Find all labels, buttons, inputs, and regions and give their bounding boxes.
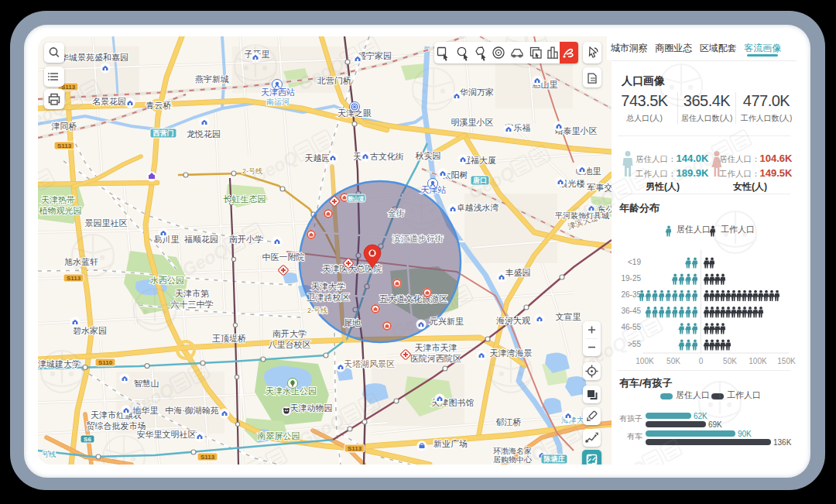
svg-text:青云桥: 青云桥 — [146, 101, 172, 110]
svg-text:碧水家园: 碧水家园 — [73, 326, 107, 335]
svg-text:智慧山: 智慧山 — [134, 379, 159, 388]
svg-text:天津城建大学: 天津城建大学 — [38, 359, 81, 369]
svg-text:南开小学: 南开小学 — [229, 235, 263, 244]
svg-text:2-号线: 2-号线 — [242, 167, 262, 175]
svg-text:天津湾海景: 天津湾海景 — [490, 348, 533, 358]
svg-text:环渤海名家: 环渤海名家 — [493, 447, 532, 455]
svg-text:S113: S113 — [57, 142, 72, 149]
svg-text:福顺花园: 福顺花园 — [184, 235, 218, 244]
svg-text:鞍山道: 鞍山道 — [348, 196, 365, 202]
svg-text:2-号线: 2-号线 — [307, 307, 327, 314]
svg-text:中海·御湖翰苑: 中海·御湖翰苑 — [165, 406, 219, 415]
svg-text:植物观光园: 植物观光园 — [39, 206, 82, 215]
svg-text:燕宇新城: 燕宇新城 — [195, 74, 229, 84]
svg-text:盛宁家园: 盛宁家园 — [358, 51, 392, 60]
svg-text:八里台校区: 八里台校区 — [269, 340, 311, 349]
svg-text:军事交: 军事交 — [588, 183, 612, 192]
svg-text:南运河: 南运河 — [266, 98, 290, 106]
svg-text:犀地: 犀地 — [344, 318, 361, 327]
svg-text:S113: S113 — [67, 275, 81, 282]
svg-text:36-45: 36-45 — [621, 307, 641, 315]
svg-text:郁江桥: 郁江桥 — [496, 417, 522, 427]
svg-text:景园里社区: 景园里社区 — [85, 218, 128, 228]
svg-text:平河装饰灯具城: 平河装饰灯具城 — [555, 211, 609, 220]
svg-text:六十三中学: 六十三中学 — [171, 300, 214, 309]
svg-text:居购物中心: 居购物中心 — [493, 455, 533, 464]
svg-text:26-35: 26-35 — [621, 290, 641, 299]
svg-text:S110: S110 — [98, 359, 113, 366]
svg-text:秋实园: 秋实园 — [416, 151, 441, 160]
svg-text:元兴新里: 元兴新里 — [430, 317, 464, 326]
svg-text:安华里文明社区: 安华里文明社区 — [137, 430, 197, 439]
svg-text:明溪里小区: 明溪里小区 — [451, 118, 494, 127]
svg-text:0: 0 — [699, 357, 704, 365]
svg-text:卓越浅水湾: 卓越浅水湾 — [457, 203, 499, 212]
svg-text:海河大观: 海河大观 — [496, 316, 531, 325]
svg-text:陈塘庄: 陈塘庄 — [544, 455, 565, 463]
svg-text:长虹生态园: 长虹生态园 — [223, 194, 266, 204]
svg-text:南翠屏公园: 南翠屏公园 — [258, 431, 300, 441]
svg-text:S113: S113 — [200, 454, 215, 461]
svg-text:五大道文化旅游区: 五大道文化旅游区 — [379, 294, 447, 303]
svg-text:唐口: 唐口 — [472, 177, 487, 184]
svg-text:50K: 50K — [723, 357, 737, 365]
svg-text:滨江道步行街: 滨江道步行街 — [392, 234, 444, 243]
svg-text:<19: <19 — [628, 258, 641, 266]
svg-text:S6: S6 — [84, 436, 91, 443]
svg-text:王顶堤桥: 王顶堤桥 — [212, 334, 246, 343]
svg-text:19-25: 19-25 — [621, 274, 641, 283]
svg-text:龙悦花园: 龙悦花园 — [187, 129, 221, 139]
svg-text:华城景苑盛和嘉园: 华城景苑盛和嘉园 — [60, 53, 128, 62]
svg-text:天津市第: 天津市第 — [175, 289, 209, 298]
svg-text:医院河西院区: 医院河西院区 — [410, 354, 461, 363]
svg-text:北营门桥: 北营门桥 — [317, 76, 351, 85]
svg-text:工作人口: 工作人口 — [721, 225, 755, 234]
svg-text:旭水蓝轩: 旭水蓝轩 — [64, 257, 98, 266]
svg-text:津同桥: 津同桥 — [52, 122, 77, 131]
svg-text:S113: S113 — [348, 445, 362, 452]
svg-text:天越园: 天越园 — [305, 153, 331, 163]
svg-text:地华里: 地华里 — [132, 406, 159, 415]
svg-text:天津热带: 天津热带 — [41, 195, 75, 204]
svg-text:天津市天津: 天津市天津 — [415, 343, 457, 352]
svg-text:46-55: 46-55 — [621, 323, 641, 331]
svg-text:华润万家: 华润万家 — [459, 87, 494, 97]
svg-text:名景花园: 名景花园 — [92, 97, 126, 106]
svg-text:西营门: 西营门 — [152, 129, 174, 137]
svg-text:水西公园: 水西公园 — [150, 276, 184, 285]
svg-text:丰盛园: 丰盛园 — [505, 268, 531, 277]
svg-text:天塔湖风景区: 天塔湖风景区 — [344, 359, 395, 369]
svg-text:天津动物园: 天津动物园 — [290, 403, 333, 413]
svg-text:金街: 金街 — [388, 208, 405, 218]
svg-text:天津大学: 天津大学 — [311, 282, 345, 291]
svg-text:50K: 50K — [666, 357, 680, 365]
svg-text:>55: >55 — [628, 340, 641, 348]
svg-text:南开大学: 南开大学 — [272, 329, 307, 338]
svg-text:中医一附院: 中医一附院 — [262, 252, 305, 262]
svg-text:文宣里: 文宣里 — [556, 312, 581, 321]
svg-text:新业广场: 新业广场 — [433, 439, 468, 448]
svg-text:150K: 150K — [777, 357, 796, 365]
svg-text:号线: 号线 — [42, 451, 56, 458]
svg-text:100K: 100K — [636, 357, 654, 365]
svg-text:居住人口: 居住人口 — [677, 225, 711, 234]
svg-text:卫津路校区: 卫津路校区 — [307, 293, 350, 302]
svg-text:100K: 100K — [749, 357, 767, 365]
